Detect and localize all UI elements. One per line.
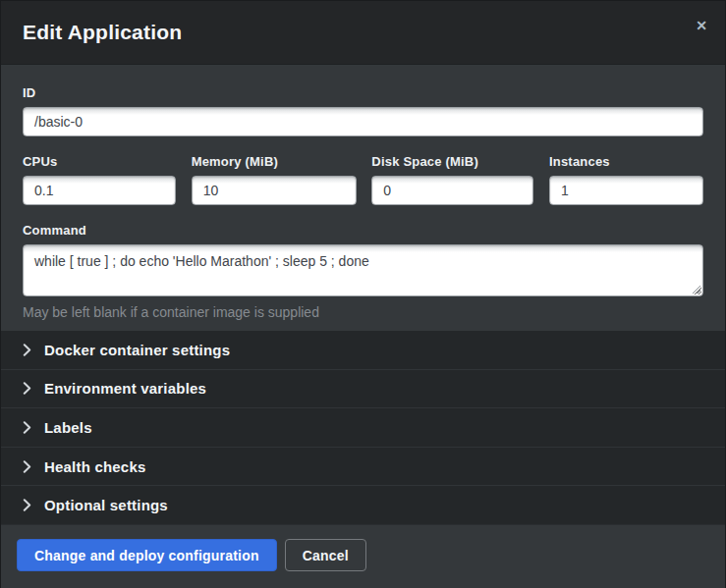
chevron-right-icon [23,421,31,434]
disk-input[interactable] [371,176,533,205]
deploy-button[interactable]: Change and deploy configuration [17,539,277,571]
id-input[interactable] [23,107,703,136]
cpus-input[interactable] [23,176,176,205]
command-field-group: Command while [ true ] ; do echo 'Hello … [23,223,703,320]
modal-footer: Change and deploy configuration Cancel [1,524,725,588]
memory-input[interactable] [192,176,357,205]
instances-input[interactable] [549,176,703,205]
memory-field-group: Memory (MiB) [192,154,357,205]
disk-label: Disk Space (MiB) [371,154,533,170]
command-helper-text: May be left blank if a container image i… [23,304,703,320]
disk-field-group: Disk Space (MiB) [371,154,533,205]
id-field-group: ID [23,85,703,136]
instances-field-group: Instances [549,154,703,205]
section-label: Health checks [44,458,145,475]
section-optional-settings[interactable]: Optional settings [1,485,725,524]
instances-label: Instances [549,154,703,170]
chevron-right-icon [23,344,31,356]
section-docker-container-settings[interactable]: Docker container settings [1,331,725,369]
accordion: Docker container settings Environment va… [1,331,725,524]
section-labels[interactable]: Labels [1,407,725,447]
chevron-right-icon [23,382,31,395]
cpus-label: CPUs [23,154,176,170]
modal-title: Edit Application [23,21,182,44]
section-label: Labels [44,419,92,436]
section-health-checks[interactable]: Health checks [1,447,725,486]
section-label: Optional settings [44,497,168,513]
close-icon[interactable]: ✕ [691,15,712,36]
cancel-button[interactable]: Cancel [285,539,366,571]
memory-label: Memory (MiB) [192,154,357,170]
cpus-field-group: CPUs [23,154,176,205]
section-label: Docker container settings [44,342,230,358]
command-label: Command [23,223,703,239]
chevron-right-icon [23,499,31,511]
modal-header: Edit Application ✕ [1,1,725,65]
id-label: ID [23,85,703,101]
edit-application-modal: Edit Application ✕ ID CPUs Memory (MiB) … [0,0,726,588]
command-textarea[interactable]: while [ true ] ; do echo 'Hello Marathon… [23,244,703,296]
section-environment-variables[interactable]: Environment variables [1,369,725,408]
resources-row: CPUs Memory (MiB) Disk Space (MiB) Insta… [23,154,703,205]
chevron-right-icon [23,460,31,473]
section-label: Environment variables [44,380,206,397]
form-body: ID CPUs Memory (MiB) Disk Space (MiB) In… [1,65,725,331]
